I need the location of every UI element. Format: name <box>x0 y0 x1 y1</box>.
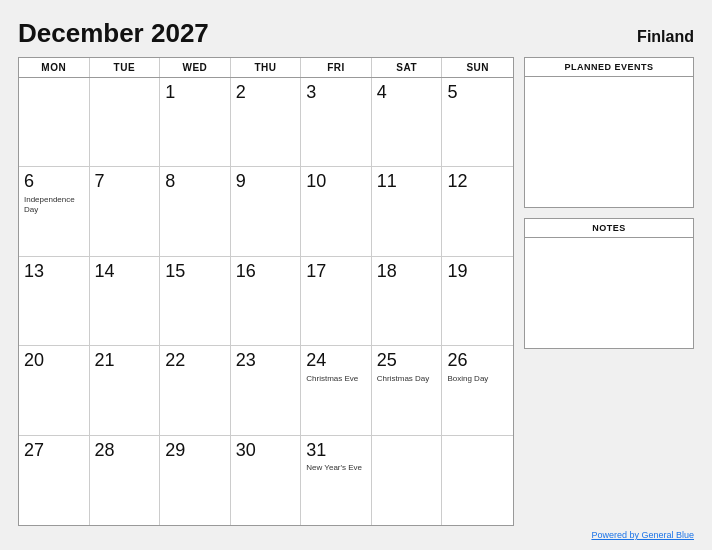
day-number: 26 <box>447 350 467 372</box>
calendar-cell <box>19 78 90 167</box>
calendar-cell: 24Christmas Eve <box>301 346 372 435</box>
day-headers-row: MONTUEWEDTHUFRISATSUN <box>19 58 513 78</box>
day-number: 20 <box>24 350 44 372</box>
calendar-cell: 7 <box>90 167 161 256</box>
event-label: Christmas Day <box>377 374 429 384</box>
calendar-cell: 31New Year's Eve <box>301 436 372 525</box>
day-number: 31 <box>306 440 326 462</box>
day-number: 14 <box>95 261 115 283</box>
calendar-cell: 10 <box>301 167 372 256</box>
calendar-cell: 14 <box>90 257 161 346</box>
event-label: Christmas Eve <box>306 374 358 384</box>
calendar-cell: 15 <box>160 257 231 346</box>
day-number: 18 <box>377 261 397 283</box>
calendar-cell: 3 <box>301 78 372 167</box>
day-number: 10 <box>306 171 326 193</box>
day-number: 7 <box>95 171 105 193</box>
day-header: MON <box>19 58 90 77</box>
calendar-cell: 13 <box>19 257 90 346</box>
day-number: 19 <box>447 261 467 283</box>
day-header: SAT <box>372 58 443 77</box>
day-header: SUN <box>442 58 513 77</box>
calendar-cell: 8 <box>160 167 231 256</box>
day-number: 9 <box>236 171 246 193</box>
calendar-cell: 16 <box>231 257 302 346</box>
day-header: THU <box>231 58 302 77</box>
day-number: 4 <box>377 82 387 104</box>
calendar-grid: 123456Independence Day789101112131415161… <box>19 78 513 525</box>
day-header: TUE <box>90 58 161 77</box>
day-number: 15 <box>165 261 185 283</box>
calendar-cell: 19 <box>442 257 513 346</box>
day-number: 3 <box>306 82 316 104</box>
event-label: Boxing Day <box>447 374 488 384</box>
day-number: 30 <box>236 440 256 462</box>
day-number: 5 <box>447 82 457 104</box>
day-number: 8 <box>165 171 175 193</box>
calendar-cell: 22 <box>160 346 231 435</box>
calendar-cell: 6Independence Day <box>19 167 90 256</box>
calendar-cell: 18 <box>372 257 443 346</box>
calendar-cell: 21 <box>90 346 161 435</box>
day-header: WED <box>160 58 231 77</box>
calendar-cell: 5 <box>442 78 513 167</box>
header: December 2027 Finland <box>18 18 694 49</box>
calendar-cell: 28 <box>90 436 161 525</box>
calendar-cell: 9 <box>231 167 302 256</box>
sidebar: PLANNED EVENTS NOTES <box>524 57 694 526</box>
day-number: 27 <box>24 440 44 462</box>
day-number: 11 <box>377 171 397 193</box>
event-label: New Year's Eve <box>306 463 362 473</box>
planned-events-content <box>525 77 693 207</box>
calendar-cell: 1 <box>160 78 231 167</box>
day-number: 23 <box>236 350 256 372</box>
calendar-cell: 12 <box>442 167 513 256</box>
calendar-cell: 30 <box>231 436 302 525</box>
calendar-page: December 2027 Finland MONTUEWEDTHUFRISAT… <box>0 0 712 550</box>
planned-events-box: PLANNED EVENTS <box>524 57 694 208</box>
day-number: 28 <box>95 440 115 462</box>
day-header: FRI <box>301 58 372 77</box>
notes-header: NOTES <box>525 219 693 238</box>
day-number: 21 <box>95 350 115 372</box>
notes-box: NOTES <box>524 218 694 349</box>
day-number: 6 <box>24 171 34 193</box>
calendar-title: December 2027 <box>18 18 209 49</box>
powered-by-link[interactable]: Powered by General Blue <box>591 530 694 540</box>
calendar-cell: 2 <box>231 78 302 167</box>
calendar-cell: 25Christmas Day <box>372 346 443 435</box>
day-number: 13 <box>24 261 44 283</box>
calendar-cell: 23 <box>231 346 302 435</box>
day-number: 17 <box>306 261 326 283</box>
planned-events-header: PLANNED EVENTS <box>525 58 693 77</box>
country-label: Finland <box>637 28 694 46</box>
main-area: MONTUEWEDTHUFRISATSUN 123456Independence… <box>18 57 694 526</box>
day-number: 16 <box>236 261 256 283</box>
notes-content <box>525 238 693 348</box>
day-number: 1 <box>165 82 175 104</box>
day-number: 24 <box>306 350 326 372</box>
calendar-cell <box>372 436 443 525</box>
day-number: 12 <box>447 171 467 193</box>
calendar-cell: 29 <box>160 436 231 525</box>
calendar-cell: 4 <box>372 78 443 167</box>
calendar-cell: 11 <box>372 167 443 256</box>
day-number: 25 <box>377 350 397 372</box>
calendar-cell: 26Boxing Day <box>442 346 513 435</box>
footer: Powered by General Blue <box>18 526 694 540</box>
day-number: 22 <box>165 350 185 372</box>
calendar-cell <box>442 436 513 525</box>
event-label: Independence Day <box>24 195 84 216</box>
calendar-cell <box>90 78 161 167</box>
calendar-grid-section: MONTUEWEDTHUFRISATSUN 123456Independence… <box>18 57 514 526</box>
calendar-cell: 17 <box>301 257 372 346</box>
day-number: 2 <box>236 82 246 104</box>
day-number: 29 <box>165 440 185 462</box>
calendar-cell: 20 <box>19 346 90 435</box>
calendar-cell: 27 <box>19 436 90 525</box>
